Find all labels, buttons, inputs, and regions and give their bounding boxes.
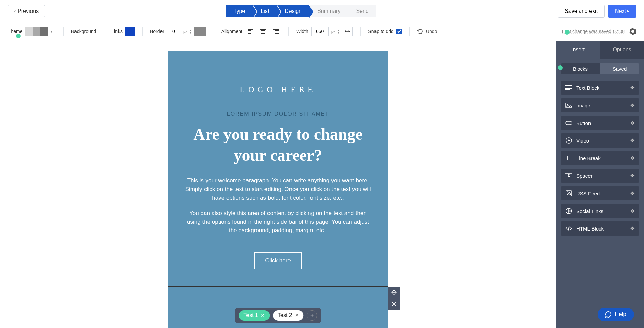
previous-button[interactable]: ‹ Previous bbox=[8, 5, 45, 17]
background-label: Background bbox=[71, 29, 96, 34]
svg-point-6 bbox=[567, 194, 568, 195]
chevron-right-icon: ▸ bbox=[627, 9, 629, 13]
snap-checkbox[interactable] bbox=[396, 29, 402, 34]
drag-handle-icon: ✥ bbox=[630, 226, 635, 231]
subtab-saved[interactable]: Saved bbox=[600, 63, 639, 74]
pulse-indicator-icon bbox=[558, 65, 563, 70]
body-paragraph-1[interactable]: This is your welcome paragraph. You can … bbox=[168, 176, 388, 209]
alignment-label: Alignment bbox=[221, 29, 242, 34]
theme-swatch[interactable] bbox=[25, 27, 48, 36]
subtab-blocks[interactable]: Blocks bbox=[561, 63, 600, 74]
block-item-image[interactable]: Image✥ bbox=[561, 98, 639, 112]
snap-label: Snap to grid bbox=[368, 29, 394, 34]
undo-label: Undo bbox=[426, 29, 437, 34]
canvas-area[interactable]: LOGO HERE LOREM IPSUM DOLOR SIT AMET Are… bbox=[0, 41, 556, 328]
rss-icon bbox=[565, 190, 572, 196]
links-label: Links bbox=[111, 29, 123, 34]
body-paragraph-2[interactable]: You can also style this area of content … bbox=[168, 209, 388, 242]
border-color-swatch[interactable] bbox=[194, 27, 206, 36]
step-list[interactable]: List bbox=[253, 5, 277, 17]
border-width-input[interactable] bbox=[167, 27, 180, 36]
cta-button[interactable]: Click here bbox=[254, 252, 302, 269]
block-item-linebreak[interactable]: Line Break✥ bbox=[561, 151, 639, 165]
add-test-button[interactable]: + bbox=[307, 310, 317, 321]
block-item-text[interactable]: Text Block✥ bbox=[561, 81, 639, 95]
svg-point-2 bbox=[567, 104, 568, 105]
block-label: RSS Feed bbox=[576, 191, 600, 196]
undo-icon bbox=[417, 29, 423, 34]
block-item-video[interactable]: Video✥ bbox=[561, 133, 639, 148]
separator bbox=[360, 27, 361, 36]
chevron-left-icon: ‹ bbox=[14, 9, 16, 14]
block-item-social[interactable]: Social Links✥ bbox=[561, 204, 639, 218]
block-label: HTML Block bbox=[576, 226, 604, 232]
align-center-button[interactable] bbox=[258, 27, 268, 36]
block-label: Line Break bbox=[576, 155, 601, 161]
links-color-swatch[interactable] bbox=[125, 27, 135, 36]
width-input[interactable] bbox=[311, 27, 329, 36]
border-spinner[interactable]: ▴▾ bbox=[190, 29, 191, 34]
settings-icon[interactable] bbox=[629, 28, 636, 35]
step-send[interactable]: Send bbox=[348, 5, 376, 17]
drag-handle-icon: ✥ bbox=[630, 155, 635, 161]
border-label: Border bbox=[150, 29, 164, 34]
align-left-button[interactable] bbox=[245, 27, 255, 36]
svg-rect-3 bbox=[566, 121, 572, 125]
save-exit-button[interactable]: Save and exit bbox=[558, 5, 605, 18]
next-button[interactable]: Next ▸ bbox=[608, 5, 636, 18]
tab-insert[interactable]: Insert bbox=[556, 41, 600, 59]
test-2-pill[interactable]: Test 2 ✕ bbox=[273, 310, 304, 321]
test-1-pill[interactable]: Test 1 ✕ bbox=[239, 310, 270, 321]
linebreak-icon bbox=[565, 155, 572, 161]
subheading[interactable]: LOREM IPSUM DOLOR SIT AMET bbox=[168, 111, 388, 124]
drag-handle-icon: ✥ bbox=[630, 191, 635, 196]
block-move-icon[interactable] bbox=[388, 287, 400, 298]
theme-dropdown[interactable]: ▾ bbox=[48, 27, 56, 36]
width-label: Width bbox=[296, 29, 308, 34]
block-label: Text Block bbox=[576, 85, 599, 91]
width-expand-button[interactable] bbox=[342, 27, 353, 36]
step-breadcrumb: Type List Design Summary Send bbox=[226, 5, 377, 17]
separator bbox=[288, 27, 289, 36]
svg-rect-5 bbox=[566, 191, 572, 196]
svg-point-0 bbox=[393, 303, 395, 305]
drag-handle-icon: ✥ bbox=[630, 208, 635, 214]
block-item-button[interactable]: Button✥ bbox=[561, 116, 639, 130]
step-design[interactable]: Design bbox=[277, 5, 309, 17]
undo-button[interactable]: Undo bbox=[417, 29, 437, 34]
close-icon[interactable]: ✕ bbox=[295, 313, 299, 318]
test-2-label: Test 2 bbox=[278, 312, 292, 319]
logo-placeholder[interactable]: LOGO HERE bbox=[168, 51, 388, 111]
drag-handle-icon: ✥ bbox=[630, 120, 635, 126]
close-icon[interactable]: ✕ bbox=[261, 313, 265, 318]
separator bbox=[63, 27, 64, 36]
drag-handle-icon: ✥ bbox=[630, 103, 635, 108]
drag-handle-icon: ✥ bbox=[630, 138, 635, 143]
separator bbox=[214, 27, 214, 36]
block-item-html[interactable]: HTML Block✥ bbox=[561, 221, 639, 236]
block-label: Button bbox=[576, 120, 591, 126]
block-item-rss[interactable]: RSS Feed✥ bbox=[561, 186, 639, 200]
tab-options[interactable]: Options bbox=[600, 41, 644, 59]
width-spinner[interactable]: ▴▾ bbox=[338, 29, 339, 34]
help-button[interactable]: Help bbox=[598, 308, 634, 321]
pulse-indicator-icon bbox=[565, 30, 570, 35]
previous-label: Previous bbox=[18, 8, 39, 14]
step-type[interactable]: Type bbox=[226, 5, 253, 17]
social-icon bbox=[565, 208, 572, 214]
chat-icon bbox=[605, 311, 612, 318]
step-summary[interactable]: Summary bbox=[310, 5, 348, 17]
email-canvas[interactable]: LOGO HERE LOREM IPSUM DOLOR SIT AMET Are… bbox=[168, 51, 388, 328]
block-item-spacer[interactable]: Spacer✥ bbox=[561, 169, 639, 183]
drag-handle-icon: ✥ bbox=[630, 85, 635, 90]
html-icon bbox=[565, 225, 572, 232]
block-settings-icon[interactable] bbox=[388, 298, 400, 310]
help-label: Help bbox=[615, 311, 626, 318]
right-sidebar: Insert Options Blocks Saved Text Block✥I… bbox=[556, 41, 644, 328]
block-label: Image bbox=[576, 103, 591, 108]
image-icon bbox=[565, 102, 572, 108]
ab-test-pills: Test 1 ✕ Test 2 ✕ + bbox=[235, 308, 321, 323]
separator bbox=[142, 27, 143, 36]
align-right-button[interactable] bbox=[271, 27, 281, 36]
headline[interactable]: Are you ready to change your career? bbox=[168, 124, 388, 176]
